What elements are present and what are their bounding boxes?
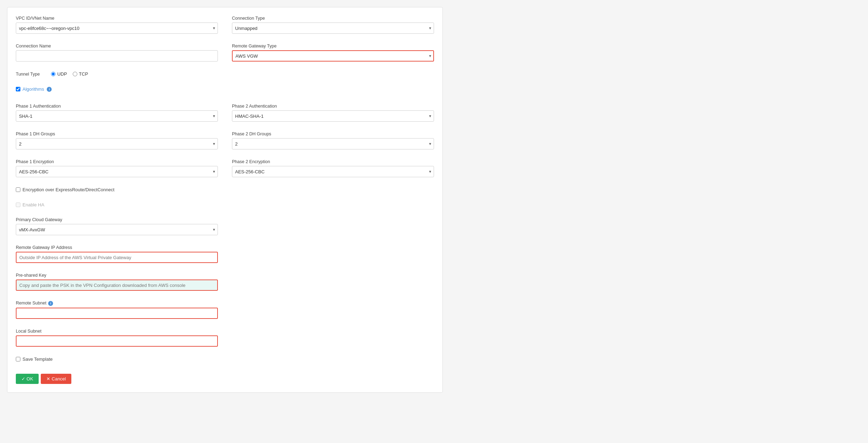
phase1-enc-label: Phase 1 Encryption xyxy=(16,159,218,164)
phase1-auth-group: Phase 1 Authentication SHA-1 xyxy=(16,104,218,122)
row-conn-name-remote-gw: Connection Name vMX-AvxGW-VGW Remote Gat… xyxy=(16,44,434,66)
remote-gw-type-select-wrapper: AWS VGW xyxy=(232,50,434,62)
col-placeholder-8 xyxy=(232,301,434,324)
save-template-checkbox[interactable] xyxy=(16,357,20,361)
phase1-enc-group: Phase 1 Encryption AES-256-CBC xyxy=(16,159,218,177)
local-subnet-label: Local Subnet xyxy=(16,329,218,334)
phase1-dh-select[interactable]: 2 xyxy=(16,138,218,149)
row-phase-dh: Phase 1 DH Groups 2 Phase 2 DH Groups 2 xyxy=(16,131,434,154)
phase2-auth-label: Phase 2 Authentication xyxy=(232,104,434,109)
col-local-subnet: Local Subnet 10.10.0.0/16, 10.28.0.0/16 xyxy=(16,329,218,352)
enable-ha-label: Enable HA xyxy=(22,202,44,207)
col-phase1-dh: Phase 1 DH Groups 2 xyxy=(16,131,218,154)
primary-gw-select[interactable]: vMX-AvxGW xyxy=(16,224,218,235)
connection-type-select[interactable]: Unmapped xyxy=(232,23,434,34)
encryption-over-label: Encryption over ExpressRoute/DirectConne… xyxy=(22,187,115,192)
col-enable-ha: Enable HA xyxy=(16,202,218,212)
col-phase2-dh: Phase 2 DH Groups 2 xyxy=(232,131,434,154)
col-encryption-over: Encryption over ExpressRoute/DirectConne… xyxy=(16,187,218,197)
row-primary-gw: Primary Cloud Gateway vMX-AvxGW xyxy=(16,217,434,240)
col-primary-gw: Primary Cloud Gateway vMX-AvxGW xyxy=(16,217,218,240)
phase2-enc-label: Phase 2 Encryption xyxy=(232,159,434,164)
row-remote-subnet: Remote Subnet i 10.254.0.0/26, 10.32.0.0… xyxy=(16,301,434,324)
tcp-label: TCP xyxy=(79,71,88,77)
psk-group: Pre-shared Key xyxy=(16,273,218,291)
row-tunnel-type: Tunnel Type UDP TCP xyxy=(16,71,434,82)
vpc-select-wrapper: vpc-e8fce68c~~oregon-vpc10 xyxy=(16,23,218,34)
enable-ha-checkbox[interactable] xyxy=(16,203,20,207)
connection-name-input[interactable]: vMX-AvxGW-VGW xyxy=(16,50,218,62)
phase2-dh-select[interactable]: 2 xyxy=(232,138,434,149)
row-psk: Pre-shared Key xyxy=(16,273,434,296)
ok-button[interactable]: ✓ OK xyxy=(16,374,39,384)
phase1-enc-select-wrapper: AES-256-CBC xyxy=(16,166,218,177)
connection-name-label: Connection Name xyxy=(16,44,218,49)
row-save-template: Save Template xyxy=(16,357,434,367)
udp-radio[interactable] xyxy=(51,72,56,76)
col-remote-gw-type: Remote Gateway Type AWS VGW xyxy=(232,44,434,66)
save-template-label: Save Template xyxy=(22,357,53,362)
phase1-auth-select-wrapper: SHA-1 xyxy=(16,110,218,122)
encryption-over-row: Encryption over ExpressRoute/DirectConne… xyxy=(16,187,218,192)
cancel-button[interactable]: ✕ Cancel xyxy=(41,374,71,384)
phase2-enc-select-wrapper: AES-256-CBC xyxy=(232,166,434,177)
algorithms-checkbox[interactable] xyxy=(16,87,20,91)
remote-gw-ip-group: Remote Gateway IP Address xyxy=(16,245,218,263)
col-placeholder-5 xyxy=(232,217,434,240)
row-remote-gw-ip: Remote Gateway IP Address xyxy=(16,245,434,268)
phase1-dh-label: Phase 1 DH Groups xyxy=(16,131,218,136)
remote-gw-type-select[interactable]: AWS VGW xyxy=(232,50,434,62)
phase2-auth-select[interactable]: HMAC-SHA-1 xyxy=(232,110,434,122)
row-phase-auth: Phase 1 Authentication SHA-1 Phase 2 Aut… xyxy=(16,104,434,127)
col-placeholder-9 xyxy=(232,329,434,352)
udp-radio-label[interactable]: UDP xyxy=(51,71,67,77)
button-row: ✓ OK ✕ Cancel xyxy=(16,374,434,384)
phase1-auth-select[interactable]: SHA-1 xyxy=(16,110,218,122)
remote-subnet-label-text: Remote Subnet xyxy=(16,301,46,306)
col-phase2-enc: Phase 2 Encryption AES-256-CBC xyxy=(232,159,434,182)
col-save-template: Save Template xyxy=(16,357,218,367)
enable-ha-row: Enable HA xyxy=(16,202,218,207)
col-placeholder-6 xyxy=(232,245,434,268)
col-remote-subnet: Remote Subnet i 10.254.0.0/26, 10.32.0.0… xyxy=(16,301,218,324)
row-encryption-over: Encryption over ExpressRoute/DirectConne… xyxy=(16,187,434,197)
col-phase1-enc: Phase 1 Encryption AES-256-CBC xyxy=(16,159,218,182)
col-connection-type: Connection Type Unmapped xyxy=(232,16,434,39)
remote-gw-ip-label: Remote Gateway IP Address xyxy=(16,245,218,250)
form-container: VPC ID/VNet Name vpc-e8fce68c~~oregon-vp… xyxy=(7,7,443,393)
phase1-auth-label: Phase 1 Authentication xyxy=(16,104,218,109)
phase2-enc-select[interactable]: AES-256-CBC xyxy=(232,166,434,177)
encryption-over-checkbox[interactable] xyxy=(16,187,20,192)
row-vpc-connection-type: VPC ID/VNet Name vpc-e8fce68c~~oregon-vp… xyxy=(16,16,434,39)
col-psk: Pre-shared Key xyxy=(16,273,218,296)
local-subnet-input[interactable]: 10.10.0.0/16, 10.28.0.0/16 xyxy=(16,335,218,347)
phase1-dh-select-wrapper: 2 xyxy=(16,138,218,149)
remote-subnet-group: Remote Subnet i 10.254.0.0/26, 10.32.0.0… xyxy=(16,301,218,319)
col-phase1-auth: Phase 1 Authentication SHA-1 xyxy=(16,104,218,127)
connection-type-group: Connection Type Unmapped xyxy=(232,16,434,34)
remote-gw-type-group: Remote Gateway Type AWS VGW xyxy=(232,44,434,62)
phase2-dh-group: Phase 2 DH Groups 2 xyxy=(232,131,434,149)
algorithms-info-icon[interactable]: i xyxy=(47,87,52,92)
primary-gw-group: Primary Cloud Gateway vMX-AvxGW xyxy=(16,217,218,235)
col-tunnel-type: Tunnel Type UDP TCP xyxy=(16,71,218,82)
primary-gw-select-wrapper: vMX-AvxGW xyxy=(16,224,218,235)
tcp-radio-label[interactable]: TCP xyxy=(73,71,88,77)
phase2-enc-group: Phase 2 Encryption AES-256-CBC xyxy=(232,159,434,177)
remote-gw-ip-input[interactable] xyxy=(16,252,218,263)
algorithms-label: Algorithms xyxy=(22,86,44,92)
algorithms-row: Algorithms i xyxy=(16,86,218,92)
remote-subnet-info-icon[interactable]: i xyxy=(48,301,53,306)
psk-input[interactable] xyxy=(16,280,218,291)
remote-subnet-input[interactable]: 10.254.0.0/26, 10.32.0.0/11 xyxy=(16,308,218,319)
tcp-radio[interactable] xyxy=(73,72,77,76)
phase1-dh-group: Phase 1 DH Groups 2 xyxy=(16,131,218,149)
psk-label: Pre-shared Key xyxy=(16,273,218,278)
vpc-group: VPC ID/VNet Name vpc-e8fce68c~~oregon-vp… xyxy=(16,16,218,34)
vpc-select[interactable]: vpc-e8fce68c~~oregon-vpc10 xyxy=(16,23,218,34)
tunnel-type-row: Tunnel Type UDP TCP xyxy=(16,71,218,77)
phase1-enc-select[interactable]: AES-256-CBC xyxy=(16,166,218,177)
save-template-row: Save Template xyxy=(16,357,218,362)
row-local-subnet: Local Subnet 10.10.0.0/16, 10.28.0.0/16 xyxy=(16,329,434,352)
col-placeholder-10 xyxy=(232,357,434,367)
